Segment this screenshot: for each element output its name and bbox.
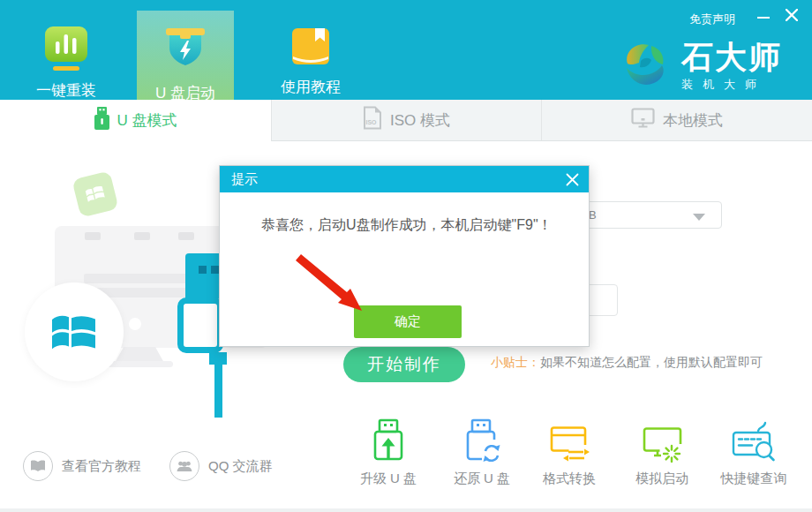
tab-local-mode[interactable]: 本地模式: [541, 100, 812, 141]
header: 一键重装 U 盘启动: [0, 0, 812, 100]
simulate-boot-icon: [642, 413, 683, 463]
usb-upgrade-icon: [369, 413, 408, 463]
tool-label: 升级 U 盘: [360, 471, 417, 487]
book-icon: [290, 26, 331, 71]
usb-plug-neck: [209, 352, 227, 365]
tab-usb-mode[interactable]: U 盘模式: [0, 100, 271, 141]
minimize-icon: [757, 17, 770, 19]
format-convert-icon: [548, 413, 590, 463]
brand-logo-icon: [621, 41, 667, 92]
tool-label: 快捷键查询: [721, 471, 787, 487]
usb-contact-shape: [199, 266, 207, 274]
dialog-message: 恭喜您，启动U盘制作成功，本机启动键"F9"！: [261, 216, 553, 235]
usb-contact-shape: [211, 266, 219, 274]
tool-hotkey-search[interactable]: 快捷键查询: [708, 413, 800, 487]
app-window: 一键重装 U 盘启动: [0, 0, 812, 512]
usb-stick-icon: [94, 107, 109, 134]
monitor-stand-base: [106, 361, 173, 367]
start-make-button[interactable]: 开始制作: [343, 347, 465, 382]
tool-restore-usb[interactable]: 还原 U 盘: [436, 413, 528, 487]
brand-subtitle: 装机大师: [681, 77, 782, 93]
brand-text: 石大师 装机大师: [681, 41, 782, 93]
disclaimer-link[interactable]: 免责声明: [689, 11, 735, 27]
hotkey-search-icon: [732, 413, 776, 463]
monitor-dot-shape: [129, 318, 141, 330]
tip-line: 小贴士：如果不知道怎么配置，使用默认配置即可: [491, 355, 763, 371]
confirm-button[interactable]: 确定: [354, 305, 462, 338]
windows-flag-icon: [84, 184, 107, 206]
tool-simulate-boot[interactable]: 模拟启动: [616, 413, 708, 487]
close-icon: [566, 173, 579, 186]
mode-tabbar: U 盘模式 ISO ISO 模式 本地模式: [0, 100, 812, 141]
tip-prefix: 小贴士：: [491, 355, 540, 369]
tool-label: 模拟启动: [635, 471, 688, 487]
tab-label: 本地模式: [663, 110, 723, 131]
windows-logo-circle: [25, 282, 124, 381]
tip-text: 如果不知道怎么配置，使用默认配置即可: [540, 355, 763, 369]
brand-name: 石大师: [681, 41, 782, 74]
dialog-close-button[interactable]: [561, 169, 583, 189]
device-select-value: B: [589, 208, 597, 222]
brand: 石大师 装机大师: [621, 41, 782, 93]
nav-item-tutorial[interactable]: 使用教程: [262, 26, 359, 97]
monitor-tab-shape: [85, 232, 101, 240]
close-icon: [786, 9, 798, 25]
shield-bolt-icon: [162, 28, 208, 74]
link-official-tutorial[interactable]: 查看官方教程: [23, 451, 141, 481]
tool-label: 还原 U 盘: [454, 471, 510, 487]
usb-plug-body: [177, 297, 223, 353]
tool-upgrade-usb[interactable]: 升级 U 盘: [342, 413, 434, 487]
windows-flag-icon: [50, 311, 98, 353]
nav-item-label: 使用教程: [281, 77, 341, 97]
nav-item-label: 一键重装: [36, 80, 96, 101]
windows-tile-illustration: [71, 170, 118, 217]
usb-restore-icon: [462, 413, 502, 463]
tool-label: 格式转换: [543, 471, 596, 487]
success-dialog: 提示 恭喜您，启动U盘制作成功，本机启动键"F9"！ 确定: [219, 165, 590, 347]
link-qq-group[interactable]: QQ 交流群: [169, 451, 273, 481]
monitor-tab-shape: [134, 232, 150, 240]
link-label: 查看官方教程: [62, 458, 141, 475]
people-group-icon: [169, 451, 199, 481]
iso-badge-text: ISO: [365, 119, 377, 125]
tool-format-convert[interactable]: 格式转换: [523, 413, 615, 487]
usb-plug-cable: [214, 364, 222, 418]
bar-chart-icon: [45, 26, 87, 74]
dialog-titlebar: 提示: [220, 166, 589, 192]
dialog-title: 提示: [231, 166, 258, 192]
tab-label: U 盘模式: [117, 110, 177, 131]
window-bottom-edge: [0, 508, 812, 512]
open-book-icon: [23, 451, 53, 481]
nav-item-one-key-reinstall[interactable]: 一键重装: [18, 26, 115, 101]
tab-iso-mode[interactable]: ISO ISO 模式: [271, 100, 541, 141]
monitor-tab-shape: [178, 232, 194, 240]
caret-down-icon: [693, 214, 705, 221]
monitor-icon: [631, 108, 655, 133]
link-label: QQ 交流群: [208, 458, 273, 475]
close-button[interactable]: [780, 7, 803, 26]
minimize-button[interactable]: [752, 9, 775, 26]
nav-item-usb-boot[interactable]: U 盘启动: [137, 11, 234, 100]
iso-file-icon: ISO: [363, 106, 382, 134]
tab-label: ISO 模式: [390, 110, 450, 131]
